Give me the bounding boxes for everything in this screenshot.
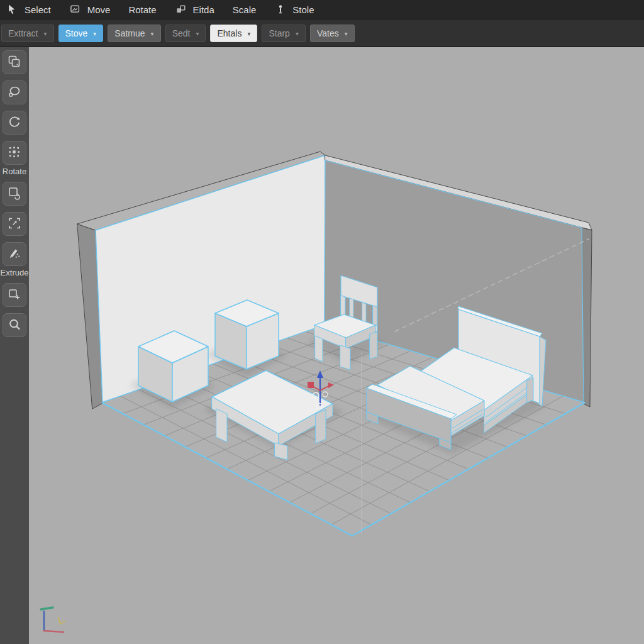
menu-item-move[interactable]: Move	[69, 3, 111, 16]
menu-item-label: Rotate	[128, 4, 156, 15]
tool-add-object-button[interactable]	[3, 283, 26, 307]
toolbar-button-label: Vates	[317, 28, 339, 38]
menu-bar: SelectMoveRotateEitdaScaleStole	[0, 0, 644, 19]
transform-icon	[7, 216, 22, 233]
pin-icon	[274, 3, 287, 16]
menu-item-eitda[interactable]: Eitda	[175, 3, 214, 16]
app-window: SelectMoveRotateEitdaScaleStole Exttract…	[0, 0, 644, 644]
tool-duplicate-button[interactable]	[3, 50, 26, 74]
toolbar-button-stove[interactable]: Stove▾	[58, 25, 104, 42]
chair-slat-2[interactable]	[362, 303, 366, 323]
menu-item-rotate[interactable]: Rotate	[128, 4, 156, 15]
cursor-icon	[6, 3, 19, 16]
toolbar-button-label: Satmue	[114, 28, 145, 38]
toolbar-button-vates[interactable]: Vates▾	[310, 25, 355, 42]
frame-icon	[69, 3, 82, 16]
duplicate-icon	[7, 54, 22, 71]
menu-item-scale[interactable]: Scale	[233, 4, 257, 15]
chevron-down-icon: ▾	[151, 30, 154, 37]
toolbar-button-ehtals[interactable]: Ehtals▾	[210, 25, 257, 42]
menu-item-stole[interactable]: Stole	[274, 3, 314, 16]
axis-indicator-x	[44, 631, 64, 632]
chair-leg-right[interactable]	[370, 331, 377, 359]
tool-label-rotate: Rotate	[0, 167, 29, 176]
toolbar-button-label: Exttract	[8, 28, 38, 38]
toolbar: Exttract▾Stove▾Satmue▾Sedt▾Ehtals▾Starp▾…	[0, 19, 644, 47]
toolbar-button-satmue[interactable]: Satmue▾	[108, 25, 160, 42]
tool-transform-button[interactable]	[3, 212, 26, 236]
toolbar-button-sedt[interactable]: Sedt▾	[165, 25, 206, 42]
toolbar-button-starp[interactable]: Starp▾	[262, 25, 306, 42]
viewport[interactable]	[29, 47, 644, 644]
menu-item-label: Move	[87, 4, 111, 15]
cycle-rotate-icon	[7, 114, 22, 131]
table-leg-front[interactable]	[275, 443, 287, 460]
menu-item-label: Eitda	[193, 4, 214, 15]
toolbar-button-label: Starp	[269, 28, 289, 38]
chevron-down-icon: ▾	[196, 30, 199, 37]
chair-leg-front[interactable]	[340, 345, 350, 370]
chevron-down-icon: ▾	[296, 30, 299, 37]
toolbar-button-label: Ehtals	[217, 28, 242, 38]
bed-leg-right[interactable]	[527, 378, 533, 402]
axis-indicator-mark	[58, 618, 65, 624]
toolbar-button-label: Stove	[65, 28, 88, 38]
menu-item-label: Scale	[233, 4, 257, 15]
tool-lasso-button[interactable]	[3, 80, 26, 104]
menu-item-label: Select	[25, 4, 51, 15]
chevron-down-icon: ▾	[93, 30, 96, 37]
viewport-canvas[interactable]	[29, 47, 644, 644]
cube-icon	[175, 3, 187, 16]
chair-post-right[interactable]	[373, 306, 377, 327]
cut-icon	[7, 246, 22, 263]
axis-indicator-green	[41, 608, 53, 609]
menu-item-label: Stole	[292, 4, 314, 15]
toolbar-button-label: Sedt	[172, 28, 191, 38]
duplicate-alt-icon	[7, 186, 22, 203]
table-leg-right[interactable]	[316, 409, 326, 443]
marquee-icon	[7, 145, 22, 162]
tool-duplicate-alt-button[interactable]	[3, 182, 26, 206]
tool-label-extrude: Extrude	[0, 268, 29, 277]
chair-leg-front-left[interactable]	[315, 336, 323, 362]
add-object-icon	[7, 287, 22, 304]
chevron-down-icon: ▾	[43, 30, 47, 37]
tool-sidebar: RotateExtrude	[0, 47, 29, 644]
chevron-down-icon: ▾	[247, 30, 250, 37]
lasso-icon	[7, 84, 22, 101]
tool-zoom-button[interactable]	[3, 313, 26, 337]
zoom-icon	[7, 317, 22, 334]
tool-marquee-button[interactable]	[3, 141, 26, 165]
tool-cycle-rotate-button[interactable]	[3, 111, 26, 135]
gizmo-x-handle[interactable]	[308, 382, 314, 388]
chevron-down-icon: ▾	[345, 30, 348, 37]
tool-cut-button[interactable]	[3, 242, 26, 266]
toolbar-button-exttract[interactable]: Exttract▾	[1, 25, 54, 42]
menu-item-select[interactable]: Select	[6, 3, 51, 16]
table-leg-left[interactable]	[216, 409, 227, 442]
